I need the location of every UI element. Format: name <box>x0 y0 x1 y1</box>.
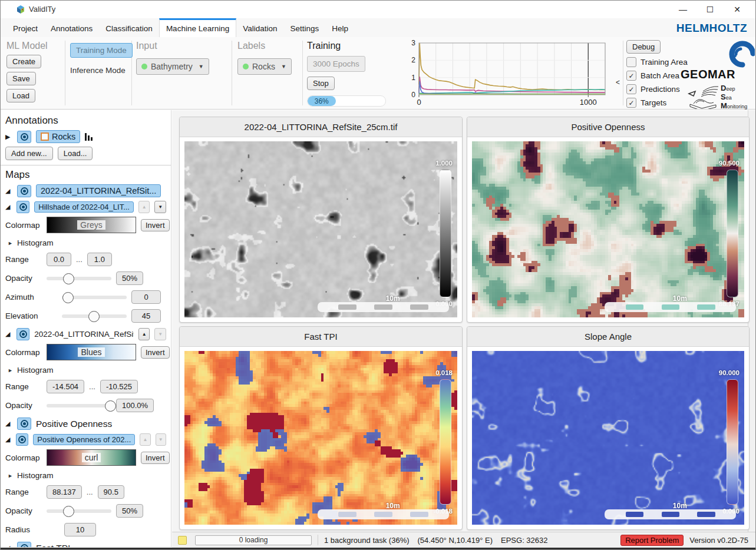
expand-annotations-arrow[interactable]: ▶ <box>5 133 12 141</box>
openness-group-visibility-toggle[interactable] <box>17 418 31 430</box>
inference-mode-button[interactable]: Inference Mode <box>70 66 133 75</box>
move-layer-down-button[interactable]: ▼ <box>154 201 166 213</box>
histogram-expand-arrow[interactable]: ► <box>8 367 13 373</box>
stop-button[interactable]: Stop <box>307 77 335 90</box>
move-layer-down-button[interactable]: ▼ <box>154 328 166 340</box>
menu-settings[interactable]: Settings <box>284 18 326 37</box>
add-annotation-button[interactable]: Add new... <box>5 147 53 160</box>
invert-colormap-button[interactable]: Invert <box>141 452 170 464</box>
range-min-field[interactable]: 0.0 <box>47 253 71 266</box>
map-title: Slope Angle <box>467 327 749 347</box>
menu-classification[interactable]: Classification <box>99 18 159 37</box>
histogram-icon[interactable] <box>85 132 93 141</box>
debug-button[interactable]: Debug <box>626 40 661 54</box>
opacity-value[interactable]: 50% <box>116 271 143 285</box>
svg-text:2: 2 <box>411 56 415 64</box>
opacity-slider[interactable] <box>47 509 111 513</box>
labels-dropdown[interactable]: Rocks ▼ <box>237 58 292 75</box>
histogram-label: Histogram <box>17 238 54 247</box>
annotation-layer-rocks[interactable]: Rocks <box>36 130 80 143</box>
menu-project[interactable]: Project <box>6 18 44 37</box>
minimize-button[interactable]: — <box>669 1 696 18</box>
opacity-slider[interactable] <box>47 277 111 280</box>
histogram-expand-arrow[interactable]: ► <box>8 473 13 479</box>
radius-field[interactable]: 10 <box>64 523 96 536</box>
report-problem-button[interactable]: Report Problem <box>620 535 684 546</box>
input-value: Bathymetry <box>151 62 193 71</box>
svg-text:0: 0 <box>411 91 415 99</box>
chevron-down-icon: ▼ <box>281 64 286 69</box>
load-model-button[interactable]: Load <box>6 89 35 102</box>
collapse-group-arrow[interactable]: ◢ <box>5 420 12 428</box>
training-mode-button[interactable]: Training Mode <box>70 43 133 58</box>
tpi-group-visibility-toggle[interactable] <box>17 542 31 547</box>
map1-visibility-toggle[interactable] <box>17 185 31 197</box>
predictions-checkbox[interactable]: ✓ <box>626 84 636 94</box>
opacity-slider[interactable] <box>47 404 111 407</box>
collapse-layer-arrow[interactable]: ◢ <box>5 203 12 211</box>
map-canvas-hillshade[interactable] <box>184 141 457 317</box>
invert-colormap-button[interactable]: Invert <box>141 346 170 359</box>
openness-visibility-toggle[interactable] <box>16 433 28 446</box>
collapse-layer-arrow[interactable]: ◢ <box>5 187 12 195</box>
range-max-field[interactable]: 1.0 <box>87 253 112 266</box>
geomar-wordmark: GEOMAR <box>681 68 735 81</box>
move-layer-down-button[interactable]: ▼ <box>156 433 166 446</box>
colormap-selector-blues[interactable]: Blues <box>47 344 136 360</box>
menu-help[interactable]: Help <box>325 18 355 37</box>
map-canvas-slope[interactable] <box>472 351 744 525</box>
layer-positive-openness[interactable]: Positive Openness of 202... <box>33 434 135 445</box>
opacity-value[interactable]: 50% <box>116 504 143 518</box>
input-dropdown[interactable]: Bathymetry ▼ <box>136 58 209 75</box>
menu-annotations[interactable]: Annotations <box>44 18 99 37</box>
move-layer-up-button[interactable]: ▲ <box>140 433 150 446</box>
layer-bathymetry[interactable]: 2022-04_LITTORINA_RefSit... <box>34 330 134 339</box>
hillshade-visibility-toggle[interactable] <box>16 201 29 213</box>
menu-validation[interactable]: Validation <box>236 18 283 37</box>
colorbar <box>727 379 738 505</box>
range-max-field[interactable]: -10.525 <box>100 380 138 393</box>
radius-label: Radius <box>5 525 42 534</box>
map-canvas-openness[interactable] <box>472 141 744 317</box>
version-label: Version v0.2D-75 <box>689 536 748 545</box>
training-area-checkbox[interactable]: ✓ <box>626 57 636 67</box>
close-button[interactable]: ✕ <box>724 1 751 18</box>
rocks-visibility-toggle[interactable] <box>17 131 31 143</box>
invert-colormap-button[interactable]: Invert <box>141 219 170 231</box>
create-model-button[interactable]: Create <box>6 55 41 68</box>
range-min-field[interactable]: 88.137 <box>47 485 82 499</box>
collapse-layer-arrow[interactable]: ◢ <box>5 330 12 338</box>
group-positive-openness[interactable]: Positive Openness <box>36 419 112 429</box>
layer-hillshade[interactable]: Hillshade of 2022-04_LIT... <box>34 201 134 213</box>
elevation-slider[interactable] <box>62 314 127 318</box>
group-fast-tpi[interactable]: Fast TPI <box>36 543 70 548</box>
map-canvas-tpi[interactable] <box>184 351 457 525</box>
range-max-field[interactable]: 90.5 <box>98 485 124 499</box>
histogram-expand-arrow[interactable]: ► <box>8 240 13 246</box>
menu-machine-learning[interactable]: Machine Learning <box>159 18 236 37</box>
save-model-button[interactable]: Save <box>6 72 36 85</box>
collapse-layer-arrow[interactable]: ◢ <box>5 436 11 443</box>
maximize-button[interactable]: ☐ <box>696 1 724 18</box>
status-dot-icon <box>141 64 147 69</box>
menu-bar: Project Annotations Classification Machi… <box>1 18 755 37</box>
svg-text:1000: 1000 <box>580 98 597 107</box>
elevation-value[interactable]: 45 <box>131 309 161 323</box>
colormap-selector-greys[interactable]: Greys <box>47 217 136 233</box>
colormap-selector-curl[interactable]: curl <box>47 449 136 466</box>
batch-area-checkbox[interactable]: ✓ <box>626 71 636 81</box>
colorbar-max: 90.500 <box>719 160 740 167</box>
azimuth-slider[interactable] <box>62 296 127 299</box>
layer-map1[interactable]: 2022-04_LITTORINA_RefSit... <box>36 184 161 197</box>
azimuth-value[interactable]: 0 <box>131 290 161 304</box>
move-layer-up-button[interactable]: ▲ <box>138 328 150 340</box>
load-annotation-button[interactable]: Load... <box>58 147 93 160</box>
move-layer-up-button[interactable]: ▲ <box>138 201 150 213</box>
bathy-visibility-toggle[interactable] <box>16 328 29 340</box>
collapse-group-arrow[interactable]: ◢ <box>5 544 12 547</box>
collapse-chart-arrow[interactable]: < <box>616 78 620 87</box>
opacity-value[interactable]: 100.0% <box>116 399 154 412</box>
targets-checkbox[interactable]: ✓ <box>626 98 636 108</box>
range-min-field[interactable]: -14.504 <box>47 380 84 393</box>
map-title: Fast TPI <box>180 327 462 347</box>
